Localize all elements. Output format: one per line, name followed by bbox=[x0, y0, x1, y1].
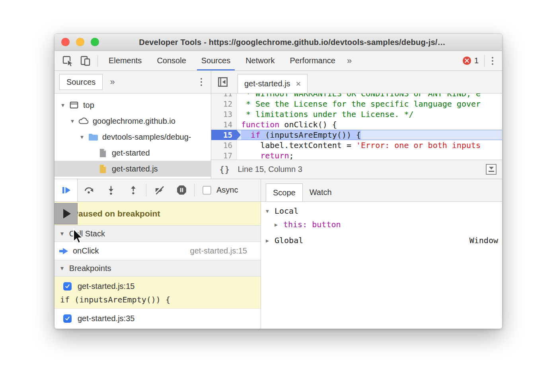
debugger-pane: Async Paused on breakpoint bbox=[55, 179, 261, 329]
async-checkbox[interactable]: Async bbox=[203, 185, 238, 195]
toolbar-divider bbox=[97, 55, 98, 67]
async-checkbox-box[interactable] bbox=[203, 186, 211, 195]
tree-item-label: get-started.js bbox=[112, 164, 158, 174]
file-icon-yellow bbox=[97, 164, 109, 174]
navigator-menu-icon[interactable] bbox=[197, 78, 206, 86]
toolbar-divider bbox=[484, 55, 485, 67]
scope-entry[interactable]: ▶this: button bbox=[261, 218, 502, 231]
call-stack-frame[interactable]: onClickget-started.js:15 bbox=[55, 242, 261, 260]
expand-triangle-icon[interactable]: ▼ bbox=[67, 118, 78, 124]
breakpoint-row: get-started.js:35 bbox=[60, 312, 257, 325]
line-number[interactable]: 11 bbox=[211, 94, 237, 99]
collapse-triangle-icon: ▼ bbox=[59, 230, 65, 237]
devtools-window: Developer Tools - https://googlechrome.g… bbox=[55, 34, 502, 329]
tab-performance[interactable]: Performance bbox=[282, 51, 343, 70]
tab-scope[interactable]: Scope bbox=[266, 183, 303, 201]
tab-elements[interactable]: Elements bbox=[101, 51, 149, 70]
sources-navigator-panel: Sources » ▼top▼googlechrome.github.io▼de… bbox=[55, 71, 211, 179]
close-window-button[interactable] bbox=[61, 38, 70, 46]
pause-on-exceptions-button[interactable] bbox=[170, 179, 193, 201]
tree-item-label: devtools-samples/debug- bbox=[102, 133, 191, 142]
error-icon bbox=[463, 57, 471, 65]
panel-tabs: ElementsConsoleSourcesNetworkPerformance bbox=[101, 51, 343, 70]
navigator-tab-sources[interactable]: Sources bbox=[59, 74, 103, 90]
editor-tab-get-started-js[interactable]: get-started.js × bbox=[238, 74, 308, 93]
expand-triangle-icon[interactable]: ▼ bbox=[266, 208, 275, 214]
line-number[interactable]: 17 bbox=[211, 150, 237, 160]
expand-triangle-icon[interactable]: ▼ bbox=[77, 134, 87, 140]
code-line[interactable]: 16 label.textContent = 'Error: one or bo… bbox=[211, 140, 502, 150]
tree-item-googlechrome-github-io[interactable]: ▼googlechrome.github.io bbox=[55, 113, 211, 129]
current-frame-arrow-icon bbox=[58, 247, 69, 255]
tab-console[interactable]: Console bbox=[149, 51, 193, 70]
line-number[interactable]: 12 bbox=[211, 99, 237, 109]
device-toolbar-icon[interactable] bbox=[79, 54, 92, 68]
minimize-window-button[interactable] bbox=[76, 38, 84, 46]
collapse-triangle-icon[interactable]: ▶ bbox=[275, 222, 283, 228]
step-into-button[interactable] bbox=[100, 179, 122, 201]
line-number[interactable]: 13 bbox=[211, 109, 237, 119]
breakpoint-entry[interactable]: get-started.js:15if (inputsAreEmpty()) { bbox=[55, 277, 261, 309]
breakpoint-code-snippet: if (inputsAreEmpty()) { bbox=[60, 295, 257, 304]
tree-item-devtools-samples-debug-[interactable]: ▼devtools-samples/debug- bbox=[55, 129, 211, 145]
scope-entry[interactable]: ▼Local bbox=[261, 204, 502, 218]
code-line[interactable]: 14function onClick() { bbox=[211, 119, 502, 130]
tree-item-get-started[interactable]: get-started bbox=[55, 145, 211, 161]
editor-options-icon[interactable] bbox=[486, 164, 497, 175]
breakpoint-execution-marker[interactable]: 15 bbox=[211, 130, 237, 140]
tab-network[interactable]: Network bbox=[238, 51, 282, 70]
window-title: Developer Tools - https://googlechrome.g… bbox=[111, 38, 445, 47]
code-line-current[interactable]: 15 if (inputsAreEmpty()) { bbox=[211, 130, 502, 140]
page-overlay-resume-button[interactable] bbox=[55, 203, 78, 224]
inspect-element-icon[interactable] bbox=[61, 54, 75, 68]
tree-item-label: get-started bbox=[112, 148, 150, 158]
breakpoint-checkbox[interactable] bbox=[63, 314, 72, 323]
play-icon bbox=[63, 209, 71, 218]
resume-script-button[interactable] bbox=[55, 179, 78, 201]
editor-panel: get-started.js × 11 * WITHOUT WARRANTIES… bbox=[211, 71, 502, 179]
tab-sources[interactable]: Sources bbox=[194, 51, 238, 70]
code-line[interactable]: 11 * WITHOUT WARRANTIES OR CONDITIONS OF… bbox=[211, 94, 502, 99]
file-tree: ▼top▼googlechrome.github.io▼devtools-sam… bbox=[55, 94, 211, 179]
file-icon-gray bbox=[97, 148, 109, 158]
hide-navigator-icon[interactable] bbox=[217, 76, 229, 88]
folder-icon bbox=[87, 133, 99, 142]
customize-devtools-menu-icon[interactable] bbox=[488, 57, 497, 65]
collapse-triangle-icon[interactable]: ▶ bbox=[266, 238, 275, 244]
frame-location: get-started.js:15 bbox=[190, 246, 247, 255]
expand-triangle-icon[interactable]: ▼ bbox=[58, 102, 68, 108]
breakpoint-row: get-started.js:15 bbox=[60, 280, 257, 293]
async-checkbox-label: Async bbox=[216, 185, 238, 195]
code-editor[interactable]: 11 * WITHOUT WARRANTIES OR CONDITIONS OF… bbox=[211, 94, 502, 160]
scope-entry[interactable]: ▶GlobalWindow bbox=[261, 234, 502, 247]
error-count: 1 bbox=[474, 56, 479, 65]
code-text: if (inputsAreEmpty()) { bbox=[237, 130, 361, 140]
line-number[interactable]: 16 bbox=[211, 140, 237, 150]
breakpoints-header[interactable]: ▼ Breakpoints bbox=[55, 260, 261, 277]
more-panels-chevron-icon[interactable]: » bbox=[343, 56, 356, 66]
tab-watch[interactable]: Watch bbox=[303, 183, 339, 201]
zoom-window-button[interactable] bbox=[91, 38, 99, 46]
code-text: * See the License for the specific langu… bbox=[237, 99, 481, 109]
breakpoint-checkbox[interactable] bbox=[63, 282, 72, 291]
code-line[interactable]: 17 return; bbox=[211, 150, 502, 160]
scope-pane: ScopeWatch ▼Local▶this: button▶GlobalWin… bbox=[261, 179, 502, 329]
breakpoint-location: get-started.js:35 bbox=[78, 314, 134, 323]
call-stack-header[interactable]: ▼ Call Stack bbox=[55, 225, 261, 242]
scope-content: ▼Local▶this: button▶GlobalWindow bbox=[261, 202, 502, 247]
editor-tabbar: get-started.js × bbox=[211, 71, 502, 94]
step-out-button[interactable] bbox=[122, 179, 144, 201]
line-number[interactable]: 14 bbox=[211, 119, 237, 130]
code-line[interactable]: 12 * See the License for the specific la… bbox=[211, 99, 502, 109]
mouse-cursor-icon bbox=[70, 228, 83, 246]
breakpoint-entry[interactable]: get-started.js:35 bbox=[55, 309, 261, 329]
deactivate-breakpoints-button[interactable] bbox=[148, 179, 170, 201]
tree-item-get-started-js[interactable]: get-started.js bbox=[55, 161, 211, 177]
code-line[interactable]: 13 * limitations under the License. */ bbox=[211, 109, 502, 119]
tree-item-top[interactable]: ▼top bbox=[55, 97, 211, 113]
pretty-print-icon[interactable]: {} bbox=[219, 164, 230, 174]
error-count-badge[interactable]: 1 bbox=[463, 56, 479, 65]
close-tab-icon[interactable]: × bbox=[296, 80, 301, 88]
navigator-more-tabs-chevron-icon[interactable]: » bbox=[110, 77, 115, 87]
step-over-button[interactable] bbox=[78, 179, 100, 201]
